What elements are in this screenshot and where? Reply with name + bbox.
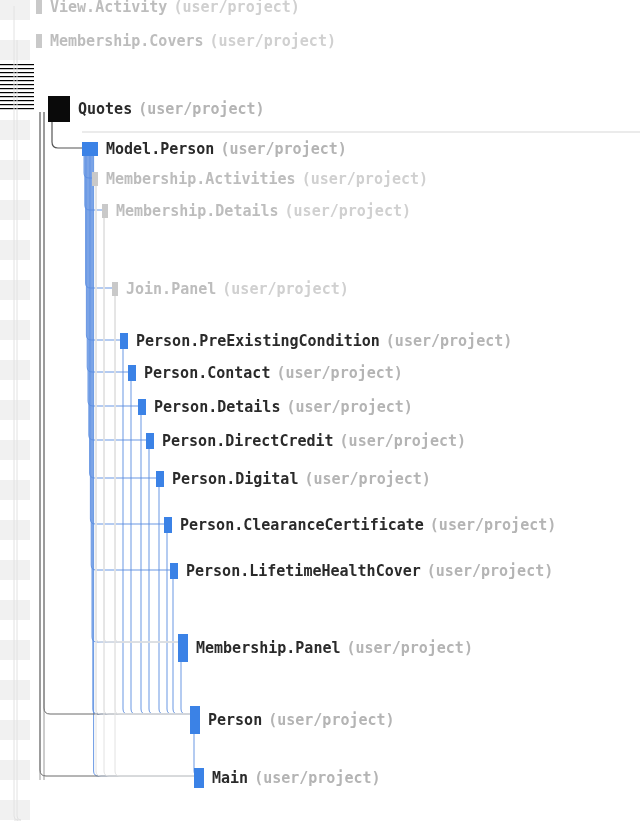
module-marker (178, 634, 188, 662)
module-marker (120, 333, 128, 349)
module-name: Join.Panel (126, 280, 216, 298)
module-scope: (user/project) (220, 140, 346, 158)
svg-rect-3 (0, 120, 30, 140)
module-name: Person.LifetimeHealthCover (186, 562, 421, 580)
module-name: Membership.Activities (106, 170, 296, 188)
module-scope: (user/project) (386, 332, 512, 350)
module-scope: (user/project) (286, 398, 412, 416)
module-scope: (user/project) (222, 280, 348, 298)
module-row-membershipPanel[interactable]: Membership.Panel(user/project) (0, 634, 640, 662)
module-name: View.Activity (50, 0, 167, 16)
module-marker (194, 768, 204, 788)
module-row-membershipDet[interactable]: Membership.Details(user/project) (0, 202, 640, 220)
module-marker (92, 172, 98, 186)
module-scope: (user/project) (276, 364, 402, 382)
module-name: Membership.Details (116, 202, 279, 220)
module-scope: (user/project) (173, 0, 299, 16)
module-row-membershipActiv[interactable]: Membership.Activities(user/project) (0, 170, 640, 188)
module-row-personDirCredit[interactable]: Person.DirectCredit(user/project) (0, 432, 640, 450)
module-scope: (user/project) (268, 711, 394, 729)
svg-rect-20 (0, 800, 30, 820)
module-name: Quotes (78, 100, 132, 118)
module-marker (36, 34, 42, 48)
module-name: Person.Contact (144, 364, 270, 382)
module-marker (146, 433, 154, 449)
module-name: Person.PreExistingCondition (136, 332, 380, 350)
svg-rect-17 (0, 680, 30, 700)
module-row-person[interactable]: Person(user/project) (0, 706, 640, 734)
module-scope: (user/project) (347, 639, 473, 657)
module-row-personLHC[interactable]: Person.LifetimeHealthCover(user/project) (0, 562, 640, 580)
module-name: Person.DirectCredit (162, 432, 334, 450)
module-name: Membership.Covers (50, 32, 204, 50)
module-marker (190, 706, 200, 734)
module-name: Person.Digital (172, 470, 298, 488)
module-row-personContact[interactable]: Person.Contact(user/project) (0, 364, 640, 382)
module-row-joinPanel[interactable]: Join.Panel(user/project) (0, 280, 640, 298)
module-scope: (user/project) (285, 202, 411, 220)
module-name: Membership.Panel (196, 639, 341, 657)
module-marker (128, 365, 136, 381)
module-name: Person (208, 711, 262, 729)
module-name: Model.Person (106, 140, 214, 158)
module-row-viewActivity[interactable]: View.Activity(user/project) (0, 0, 640, 16)
module-marker (36, 0, 42, 14)
module-marker (138, 399, 146, 415)
module-row-main[interactable]: Main(user/project) (0, 768, 640, 788)
module-marker (82, 142, 98, 156)
svg-rect-15 (0, 600, 30, 620)
module-scope: (user/project) (254, 769, 380, 787)
module-marker (164, 517, 172, 533)
svg-rect-6 (0, 240, 30, 260)
module-row-personDetails[interactable]: Person.Details(user/project) (0, 398, 640, 416)
module-row-modelPerson[interactable]: Model.Person(user/project) (0, 140, 640, 158)
module-row-personDigital[interactable]: Person.Digital(user/project) (0, 470, 640, 488)
module-marker (156, 471, 164, 487)
module-name: Person.ClearanceCertificate (180, 516, 424, 534)
module-row-quotes[interactable]: Quotes(user/project) (0, 96, 640, 122)
module-row-membershipCovers[interactable]: Membership.Covers(user/project) (0, 32, 640, 50)
module-row-personPEC[interactable]: Person.PreExistingCondition(user/project… (0, 332, 640, 350)
module-scope: (user/project) (138, 100, 264, 118)
module-scope: (user/project) (430, 516, 556, 534)
module-scope: (user/project) (340, 432, 466, 450)
module-row-personCC[interactable]: Person.ClearanceCertificate(user/project… (0, 516, 640, 534)
module-scope: (user/project) (210, 32, 336, 50)
module-scope: (user/project) (304, 470, 430, 488)
module-marker (112, 282, 118, 296)
module-scope: (user/project) (302, 170, 428, 188)
module-scope: (user/project) (427, 562, 553, 580)
module-marker (170, 563, 178, 579)
module-name: Person.Details (154, 398, 280, 416)
module-marker (102, 204, 108, 218)
module-marker (48, 96, 70, 122)
module-name: Main (212, 769, 248, 787)
